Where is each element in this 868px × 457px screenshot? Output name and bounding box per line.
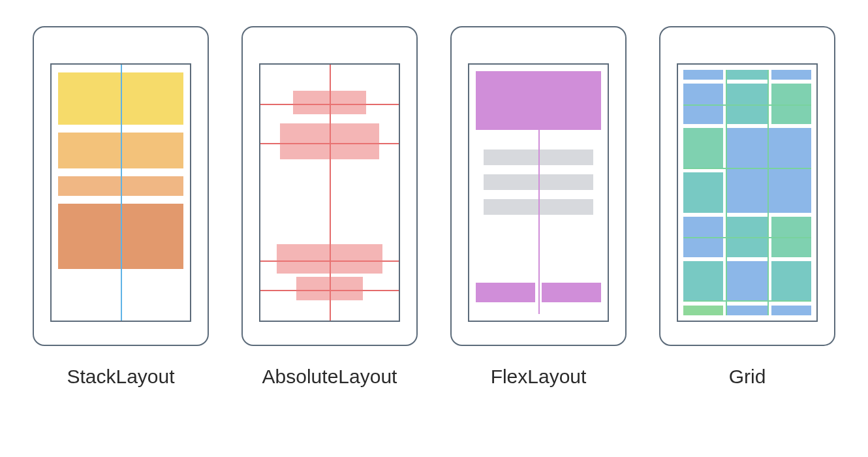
absolutelayout-card: AbsoluteLayout (241, 26, 418, 388)
absolutelayout-label: AbsoluteLayout (262, 366, 397, 388)
abs-block-1 (293, 91, 366, 114)
absolutelayout-screen (259, 63, 400, 322)
stacklayout-screen (50, 63, 191, 322)
grid-card: Grid (659, 26, 835, 388)
abs-block-4 (296, 277, 363, 300)
phone-frame (450, 26, 627, 346)
flex-footer-right (542, 283, 601, 302)
phone-frame (241, 26, 418, 346)
grid-hline (683, 237, 811, 238)
flexlayout-card: FlexLayout (450, 26, 627, 388)
phone-frame (33, 26, 209, 346)
grid-hline (683, 104, 811, 106)
grid-vline (726, 70, 727, 315)
flex-header (476, 71, 601, 130)
grid-inner (683, 70, 811, 315)
grid-vline (767, 70, 769, 315)
flex-footer-left (476, 283, 535, 302)
flexlayout-label: FlexLayout (491, 366, 587, 388)
stacklayout-label: StackLayout (67, 366, 174, 388)
phone-frame (659, 26, 835, 346)
stack-center-axis (121, 65, 122, 321)
flexlayout-screen (468, 63, 609, 322)
grid-hline (683, 300, 811, 302)
abs-block-3 (277, 244, 382, 274)
abs-block-2 (280, 123, 379, 159)
layout-diagram-row: StackLayout AbsoluteLayout (0, 0, 868, 388)
stacklayout-card: StackLayout (33, 26, 209, 388)
grid-label: Grid (729, 366, 766, 388)
grid-hline (683, 168, 811, 169)
grid-screen (677, 63, 818, 322)
flex-footer (476, 283, 601, 302)
